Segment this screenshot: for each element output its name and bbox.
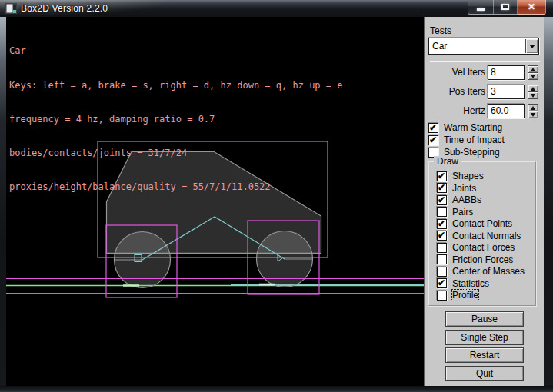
contact-forces-checkbox — [437, 243, 447, 253]
joints-label: Joints — [452, 183, 476, 194]
contact-normals-label: Contact Normals — [452, 231, 521, 241]
titlebar[interactable]: Box2D Version 2.2.0 ✕ — [0, 0, 553, 17]
hertz-row: Hertz 60.0 — [425, 104, 545, 118]
hertz-spinner — [528, 104, 538, 118]
vel-iters-row: Vel Iters 8 — [425, 65, 545, 80]
checkbox-contact-forces[interactable]: Contact Forces — [437, 242, 515, 253]
warm-starting-checkbox — [428, 123, 438, 133]
pos-iters-input[interactable]: 3 — [488, 85, 525, 99]
draw-group: Draw Shapes Joints AABBs Pairs Contact P… — [428, 161, 537, 307]
hertz-up-button[interactable] — [528, 104, 538, 111]
pos-iters-spinner — [528, 85, 538, 99]
triangle-up-icon — [531, 87, 535, 91]
center-of-masses-checkbox — [437, 267, 447, 277]
checkbox-pairs[interactable]: Pairs — [437, 207, 473, 218]
window-frame-bottom — [0, 386, 553, 392]
triangle-down-icon — [531, 75, 535, 78]
minimize-icon — [477, 8, 485, 11]
window-controls: ✕ — [468, 0, 546, 15]
hertz-down-button[interactable] — [528, 111, 538, 118]
triangle-up-icon — [531, 68, 535, 71]
center-of-masses-label: Center of Masses — [452, 266, 525, 277]
triangle-down-icon — [531, 113, 535, 117]
time-of-impact-checkbox — [428, 135, 438, 145]
vel-iters-spinner — [528, 65, 538, 80]
quit-button[interactable]: Quit — [445, 366, 524, 381]
checkbox-aabbs[interactable]: AABBs — [437, 194, 481, 205]
checkbox-shapes[interactable]: Shapes — [437, 171, 484, 181]
friction-forces-checkbox — [437, 254, 447, 264]
aabbs-checkbox — [437, 195, 447, 205]
vel-iters-input[interactable]: 8 — [488, 65, 525, 80]
warm-starting-label: Warm Starting — [444, 122, 502, 133]
app-icon — [5, 3, 17, 14]
profile-label: Profile — [452, 290, 478, 301]
time-of-impact-label: Time of Impact — [444, 135, 505, 145]
checkbox-center-of-masses[interactable]: Center of Masses — [437, 266, 525, 277]
contact-forces-label: Contact Forces — [452, 242, 515, 253]
tests-dropdown-value: Car — [432, 41, 447, 51]
shapes-checkbox — [437, 171, 447, 181]
close-icon: ✕ — [528, 1, 535, 14]
pos-iters-row: Pos Iters 3 — [425, 85, 545, 99]
pairs-checkbox — [437, 207, 447, 217]
pos-iters-down-button[interactable] — [528, 92, 538, 99]
pause-button[interactable]: Pause — [445, 311, 524, 327]
checkbox-joints[interactable]: Joints — [437, 183, 476, 194]
pairs-label: Pairs — [452, 207, 473, 218]
draw-group-label: Draw — [434, 156, 461, 167]
aabbs-label: AABBs — [452, 194, 481, 205]
statistics-label: Statistics — [452, 278, 489, 289]
vel-iters-up-button[interactable] — [528, 65, 538, 73]
contact-points-label: Contact Points — [452, 218, 512, 229]
pos-iters-up-button[interactable] — [528, 85, 538, 92]
checkbox-statistics[interactable]: Statistics — [437, 278, 489, 289]
vel-iters-label: Vel Iters — [452, 67, 485, 78]
close-button[interactable]: ✕ — [518, 0, 546, 15]
restart-button[interactable]: Restart — [445, 347, 524, 363]
hud-line-bodies: bodies/contacts/joints = 31/7/24 — [9, 148, 342, 159]
hertz-input[interactable]: 60.0 — [488, 104, 525, 118]
triangle-down-icon — [531, 94, 535, 98]
contact-normals-checkbox — [437, 231, 447, 241]
statistics-checkbox — [437, 278, 447, 288]
tests-dropdown[interactable]: Car — [428, 38, 539, 55]
hertz-label: Hertz — [463, 105, 485, 116]
friction-forces-label: Friction Forces — [452, 254, 513, 265]
checkbox-warm-starting[interactable]: Warm Starting — [428, 122, 502, 133]
hud-line-proxies: proxies/height/balance/quality = 55/7/1/… — [9, 181, 342, 193]
checkbox-friction-forces[interactable]: Friction Forces — [437, 254, 513, 265]
hud-line-frequency: frequency = 4 hz, damping ratio = 0.7 — [9, 114, 342, 125]
checkbox-contact-points[interactable]: Contact Points — [437, 218, 512, 229]
checkbox-profile[interactable]: Profile — [437, 290, 478, 301]
pos-iters-label: Pos Iters — [449, 86, 485, 97]
control-panel: Tests Car Vel Iters 8 Pos Iters 3 — [424, 17, 544, 386]
separator — [430, 61, 540, 62]
shapes-label: Shapes — [452, 171, 484, 181]
minimize-button[interactable] — [468, 0, 493, 15]
contact-points-checkbox — [437, 219, 447, 229]
hud-line-keys: Keys: left = a, brake = s, right = d, hz… — [9, 80, 342, 91]
window-frame-left — [0, 17, 6, 386]
profile-checkbox — [437, 291, 447, 301]
maximize-button[interactable] — [493, 0, 518, 15]
vel-iters-down-button[interactable] — [528, 73, 538, 80]
simulation-canvas[interactable]: Car Keys: left = a, brake = s, right = d… — [6, 17, 424, 386]
checkbox-contact-normals[interactable]: Contact Normals — [437, 231, 521, 241]
stats-overlay: Car Keys: left = a, brake = s, right = d… — [9, 23, 342, 215]
triangle-up-icon — [531, 106, 535, 110]
box2d-testbed-window: Box2D Version 2.2.0 ✕ — [0, 0, 553, 392]
window-frame-right — [544, 17, 553, 386]
tests-dropdown-arrow-button[interactable] — [525, 39, 538, 53]
joints-checkbox — [437, 183, 447, 193]
window-title: Box2D Version 2.2.0 — [21, 3, 108, 14]
chevron-down-icon — [529, 45, 535, 48]
single-step-button[interactable]: Single Step — [445, 330, 524, 345]
tests-label: Tests — [430, 25, 451, 36]
hud-line-title: Car — [9, 45, 342, 57]
maximize-icon — [501, 4, 509, 10]
checkbox-time-of-impact[interactable]: Time of Impact — [428, 135, 505, 145]
